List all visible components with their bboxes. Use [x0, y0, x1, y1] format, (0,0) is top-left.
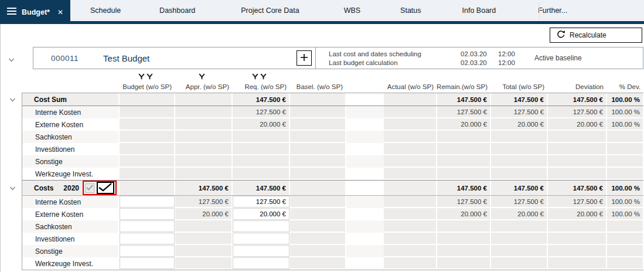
column-header-pdev[interactable]: % Dev.	[606, 70, 643, 92]
cell-req[interactable]	[233, 233, 289, 244]
hamburger-menu-icon[interactable]	[7, 8, 16, 16]
cell-basel	[290, 196, 346, 208]
column-header-remain[interactable]: Remain.(w/o SP)	[437, 70, 490, 92]
tab-further[interactable]: Further...	[523, 0, 582, 21]
cell-deviation	[548, 233, 607, 245]
cell-pdev: 100.00 %	[607, 208, 644, 220]
cell-pdev	[607, 131, 644, 143]
cell-deviation: 20.000 €	[548, 208, 607, 220]
cell-gap	[346, 118, 384, 131]
tab-budget[interactable]: Budget*✕	[0, 0, 70, 24]
table-row: Werkzeuge Invest.	[22, 257, 643, 270]
table-row: Sachkosten	[22, 131, 643, 143]
cell-gap	[346, 106, 384, 118]
cell-deviation: 147.500 €	[548, 181, 607, 195]
cell-gap	[346, 181, 384, 195]
cell-budget[interactable]	[120, 245, 175, 257]
cell-actual	[384, 131, 437, 143]
filter-funnel-icon	[260, 72, 267, 82]
tab-schedule[interactable]: Schedule	[75, 0, 136, 21]
cell-budget[interactable]	[120, 196, 175, 208]
cell-gap	[346, 93, 384, 106]
cell-basel	[290, 208, 346, 220]
tab-status[interactable]: Status	[385, 0, 436, 21]
checkbox-highlight-box	[83, 181, 117, 195]
budget-table: Cost Sum147.500 €147.500 €147.500 €147.5…	[22, 93, 643, 270]
table-row: Sonstige	[22, 155, 643, 168]
cell-deviation	[548, 220, 607, 233]
cell-pdev	[607, 155, 644, 168]
tab-dashboard[interactable]: Dashboard	[144, 0, 210, 21]
column-header-label: Req. (w/o SP)	[244, 83, 287, 90]
add-button[interactable]	[297, 50, 312, 66]
column-header-label: Actual (w/o SP)	[387, 83, 434, 90]
column-header-label: Appr. (w/o SP)	[186, 83, 229, 90]
cell-budget[interactable]	[120, 220, 175, 232]
cell-budget[interactable]	[120, 208, 175, 220]
readonly-checkbox[interactable]	[85, 183, 94, 193]
column-header-req[interactable]: Req. (w/o SP)	[232, 70, 289, 92]
column-header-deviation[interactable]: Deviation	[547, 70, 606, 92]
refresh-icon	[556, 30, 565, 40]
plus-icon	[300, 53, 308, 63]
cell-appr	[175, 143, 233, 155]
row-label-cell: Sachkosten	[22, 131, 120, 143]
cell-deviation	[548, 143, 607, 155]
cell-total	[491, 220, 548, 233]
cell-appr	[175, 106, 233, 118]
column-header-budget[interactable]: Budget (w/o SP)	[119, 70, 175, 92]
main-content: Recalculate 000011 Test Budget Last cost…	[0, 24, 644, 272]
budget-meta: Last cost and dates scheduling 02.03.20 …	[329, 47, 525, 69]
budget-header-left: 000011 Test Budget	[33, 47, 316, 69]
cell-basel	[290, 257, 346, 270]
cell-req[interactable]	[233, 245, 289, 257]
cell-actual	[384, 143, 437, 155]
approval-checkbox[interactable]	[97, 182, 114, 194]
cell-basel	[290, 181, 346, 195]
cell-appr: 127.500 €	[175, 196, 233, 208]
column-header-label: % Dev.	[619, 83, 640, 90]
cell-req[interactable]	[233, 257, 289, 269]
cell-appr	[175, 257, 233, 270]
row-label-cell: Investitionen	[22, 143, 120, 155]
cell-gap	[346, 131, 384, 143]
checkmark-icon	[98, 183, 113, 193]
tab-wbs[interactable]: WBS	[329, 0, 376, 21]
cell-req: 147.500 €	[233, 93, 290, 106]
group-label: Cost Sum	[34, 96, 67, 104]
cell-remain	[437, 220, 491, 233]
close-icon[interactable]: ✕	[57, 8, 63, 16]
filter-funnel-icon	[138, 72, 145, 82]
cell-req: 147.500 €	[233, 181, 290, 195]
cell-total	[491, 155, 548, 168]
meta-label: Last cost and dates scheduling	[329, 50, 461, 57]
recalculate-button[interactable]: Recalculate	[550, 28, 642, 43]
column-header-actual[interactable]: Actual (w/o SP)	[383, 70, 437, 92]
budget-collapse-chevron[interactable]	[8, 54, 15, 64]
cell-pdev: 100.00 %	[607, 181, 644, 195]
cell-budget[interactable]	[120, 257, 175, 269]
column-header-basel[interactable]: Basel. (w/o SP)	[289, 70, 346, 92]
cell-budget[interactable]	[120, 233, 175, 244]
column-header-appr[interactable]: Appr. (w/o SP)	[175, 70, 232, 92]
column-header-total[interactable]: Total (w/o SP)	[490, 70, 547, 92]
cell-appr	[175, 233, 233, 245]
tab-project-core-data[interactable]: Project Core Data	[226, 0, 314, 21]
cell-remain: 127.500 €	[437, 106, 491, 118]
row-label-cell: Werkzeuge Invest.	[22, 168, 120, 180]
cell-deviation	[548, 168, 607, 180]
tab-info-board[interactable]: Info Board	[447, 0, 512, 21]
cell-total	[491, 143, 548, 155]
cell-budget	[120, 181, 175, 195]
cell-req[interactable]: 20.000 €	[233, 208, 289, 220]
cell-req[interactable]: 127.500 €	[233, 196, 289, 208]
cell-budget	[120, 143, 175, 155]
cell-basel	[290, 220, 346, 233]
column-header-label: Deviation	[575, 83, 604, 90]
cell-basel	[290, 233, 346, 245]
cell-remain	[437, 233, 491, 245]
cell-total	[491, 245, 548, 257]
cell-budget	[120, 106, 175, 118]
cell-req: 127.500 €	[233, 106, 290, 118]
cell-req[interactable]	[233, 220, 289, 232]
